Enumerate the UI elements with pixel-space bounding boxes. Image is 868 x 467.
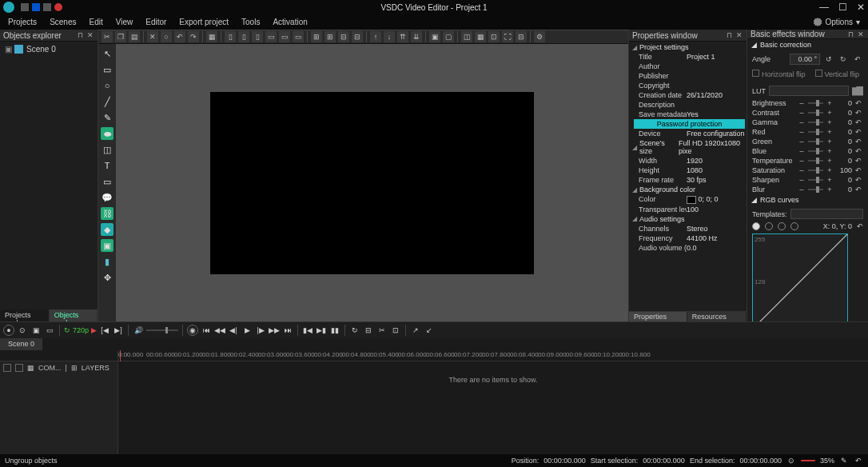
eye-icon[interactable]: [3, 364, 11, 372]
tool-fullscreen-icon[interactable]: ⛶: [502, 31, 513, 42]
caret-icon[interactable]: ◢: [632, 186, 637, 194]
channel-b-dot[interactable]: [790, 222, 798, 230]
pin-icon[interactable]: ⊓: [76, 31, 84, 39]
skip-end-icon[interactable]: ⏭: [282, 325, 293, 336]
tool-distribute-v-icon[interactable]: ⊞: [325, 31, 336, 42]
increase-icon[interactable]: +: [826, 118, 833, 126]
slider-value[interactable]: 0: [836, 147, 852, 155]
caret-icon[interactable]: ◢: [632, 215, 637, 222]
motion-tool-icon[interactable]: ▣: [101, 239, 113, 252]
decrease-icon[interactable]: –: [798, 109, 805, 117]
channel-g-dot[interactable]: [778, 222, 786, 230]
prop-value[interactable]: Stereo: [687, 225, 747, 233]
skip-start-icon[interactable]: ⏮: [201, 325, 212, 336]
increase-icon[interactable]: +: [826, 138, 833, 146]
menu-activation[interactable]: Activation: [273, 18, 307, 26]
tool-ungroup-icon[interactable]: ▢: [443, 31, 454, 42]
transform-tool-icon[interactable]: ◫: [101, 143, 113, 156]
tool-send-back-icon[interactable]: ⇊: [411, 31, 422, 42]
decrease-icon[interactable]: –: [798, 157, 805, 165]
channel-r-dot[interactable]: [765, 222, 773, 230]
decrease-icon[interactable]: –: [798, 186, 805, 194]
close-panel-icon[interactable]: ✕: [735, 31, 743, 39]
tool-move-down-icon[interactable]: ↓: [384, 31, 395, 42]
slider-track[interactable]: [808, 189, 823, 190]
zoom-fit-icon[interactable]: ⊙: [786, 456, 796, 465]
decrease-icon[interactable]: –: [798, 118, 805, 126]
slider-track[interactable]: [808, 170, 823, 171]
pin-icon[interactable]: ⊓: [846, 30, 854, 38]
slider-track[interactable]: [808, 160, 823, 162]
snapshot-icon[interactable]: ⊙: [17, 325, 28, 336]
tab-resources-window[interactable]: Resources window: [687, 312, 747, 321]
qat-save-icon[interactable]: [32, 3, 40, 11]
lock-icon[interactable]: [15, 364, 23, 372]
tool-guides-icon[interactable]: ⊡: [488, 31, 500, 42]
angle-input[interactable]: 0.00 °: [790, 54, 820, 65]
tool-delete-icon[interactable]: ✕: [147, 31, 158, 42]
scene-tab-0[interactable]: Scene 0: [0, 338, 42, 350]
rotate-ccw-icon[interactable]: ↺: [823, 54, 834, 65]
slider-value[interactable]: 0: [836, 186, 852, 194]
tool-snap-icon[interactable]: ▦: [475, 31, 486, 42]
move-tool-icon[interactable]: ✥: [101, 271, 113, 284]
reset-icon[interactable]: ↶: [855, 176, 863, 184]
prop-value[interactable]: Yes: [687, 110, 747, 118]
tool-same-height-icon[interactable]: ⊟: [352, 31, 363, 42]
prop-value[interactable]: 0.0: [687, 244, 747, 252]
slider-thumb[interactable]: [816, 158, 819, 164]
slider-thumb[interactable]: [816, 100, 819, 106]
loop-icon[interactable]: ↻: [349, 325, 360, 336]
menu-export-project[interactable]: Export project: [179, 18, 229, 26]
reset-zoom-icon[interactable]: ↶: [854, 456, 863, 465]
slider-thumb[interactable]: [816, 129, 819, 135]
increase-icon[interactable]: +: [826, 147, 833, 155]
caret-icon[interactable]: ◢: [751, 41, 757, 49]
slider-value[interactable]: 0: [836, 138, 852, 146]
slider-thumb[interactable]: [816, 186, 819, 193]
slider-value[interactable]: 0: [836, 176, 852, 184]
play-icon[interactable]: ▶: [241, 325, 253, 336]
channel-rgb-dot[interactable]: [752, 222, 760, 230]
tool-distribute-h-icon[interactable]: ⊞: [311, 31, 322, 42]
explorer-tree[interactable]: ▣ Scene 0: [0, 42, 98, 309]
mark-out-icon[interactable]: ▶▮: [316, 325, 327, 336]
menu-edit[interactable]: Edit: [89, 18, 102, 26]
tool-align-center-icon[interactable]: ▯: [238, 31, 249, 42]
tab-projects-explorer[interactable]: Projects explorer: [0, 309, 50, 321]
slider-thumb[interactable]: [816, 177, 819, 183]
decrease-icon[interactable]: –: [798, 176, 805, 184]
mark-in-icon[interactable]: ▮◀: [302, 325, 313, 336]
slider-value[interactable]: 100: [836, 166, 852, 174]
templates-dropdown[interactable]: [790, 209, 863, 219]
speech-tool-icon[interactable]: 💬: [101, 191, 113, 204]
qat-save-as-icon[interactable]: [43, 3, 51, 11]
decrease-icon[interactable]: –: [798, 166, 805, 174]
decrease-icon[interactable]: –: [798, 147, 805, 155]
slider-track[interactable]: [808, 102, 823, 104]
slider-value[interactable]: 0: [836, 157, 852, 165]
tool-group-icon[interactable]: ▣: [429, 31, 440, 42]
slider-thumb[interactable]: [816, 167, 819, 174]
reset-icon[interactable]: ↶: [852, 54, 863, 65]
stop-button-icon[interactable]: ◉: [187, 325, 198, 336]
reset-icon[interactable]: ↶: [857, 222, 863, 230]
close-icon[interactable]: ✕: [857, 2, 865, 13]
prop-value[interactable]: [687, 72, 747, 80]
qat-new-icon[interactable]: [21, 3, 29, 11]
layers-label[interactable]: LAYERS: [82, 364, 109, 372]
tree-item-scene0[interactable]: ▣ Scene 0: [5, 44, 93, 54]
menu-tools[interactable]: Tools: [241, 18, 260, 26]
lut-dropdown[interactable]: [769, 86, 849, 96]
slider-track[interactable]: [808, 141, 823, 142]
prop-value[interactable]: 0; 0; 0: [687, 195, 747, 204]
set-end-icon[interactable]: ▶]: [113, 325, 124, 336]
text-tool-icon[interactable]: T: [101, 159, 113, 172]
decrease-icon[interactable]: –: [798, 138, 805, 146]
tool-cut-icon[interactable]: ✂: [102, 31, 113, 42]
maximize-icon[interactable]: ☐: [838, 2, 847, 13]
increase-icon[interactable]: +: [826, 99, 833, 107]
tool-move-up-icon[interactable]: ↑: [370, 31, 381, 42]
volume-slider[interactable]: [146, 329, 178, 331]
step-fwd-icon[interactable]: |▶: [255, 325, 266, 336]
